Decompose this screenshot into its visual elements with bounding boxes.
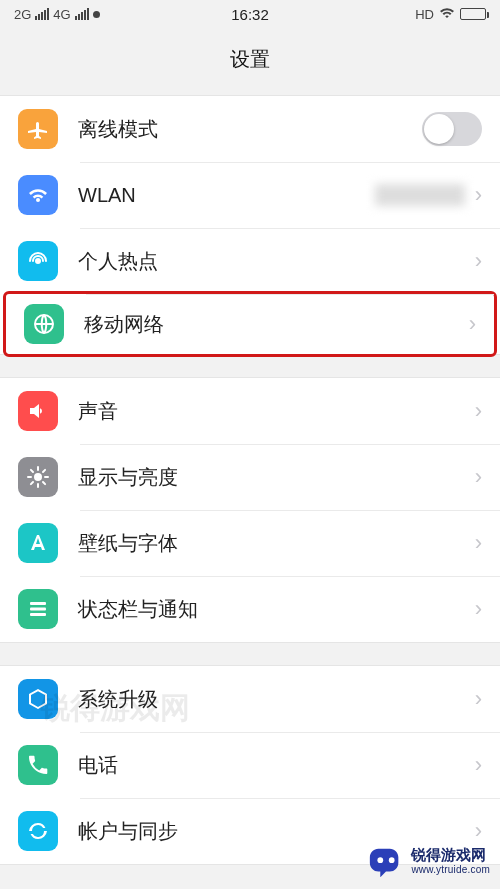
row-display[interactable]: 显示与亮度 › — [0, 444, 500, 510]
chevron-right-icon: › — [475, 248, 482, 274]
row-label: 离线模式 — [78, 116, 422, 143]
row-label: 状态栏与通知 — [78, 596, 471, 623]
row-label: 壁纸与字体 — [78, 530, 471, 557]
hd-indicator: HD — [415, 7, 434, 22]
chevron-right-icon: › — [475, 398, 482, 424]
row-label: WLAN — [78, 184, 375, 207]
watermark-text: 锐得游戏网 www.ytruide.com — [411, 847, 490, 875]
svg-point-0 — [36, 259, 40, 263]
wlan-value-hidden — [375, 184, 465, 206]
font-icon — [18, 523, 58, 563]
row-mobile-network[interactable]: 移动网络 › — [3, 291, 497, 357]
chevron-right-icon: › — [475, 182, 482, 208]
settings-group: 离线模式 WLAN › 个人热点 › 移动网络 › — [0, 95, 500, 355]
row-label: 电话 — [78, 752, 471, 779]
row-label: 系统升级 — [78, 686, 471, 713]
svg-point-6 — [378, 857, 384, 863]
airplane-toggle[interactable] — [422, 112, 482, 146]
globe-icon — [24, 304, 64, 344]
speaker-icon — [18, 391, 58, 431]
row-label: 声音 — [78, 398, 471, 425]
status-bar: 2G 4G 16:32 HD — [0, 0, 500, 28]
svg-rect-4 — [30, 608, 46, 611]
svg-point-2 — [34, 473, 42, 481]
status-dot-icon — [93, 11, 100, 18]
chevron-right-icon: › — [475, 686, 482, 712]
svg-rect-5 — [30, 613, 46, 616]
signal-bars-icon — [35, 8, 49, 20]
row-airplane-mode[interactable]: 离线模式 — [0, 96, 500, 162]
watermark-logo-icon — [367, 845, 405, 877]
chevron-right-icon: › — [475, 596, 482, 622]
chevron-right-icon: › — [475, 464, 482, 490]
battery-icon — [460, 8, 486, 20]
wifi-icon — [439, 7, 455, 21]
sync-icon — [18, 811, 58, 851]
row-wlan[interactable]: WLAN › — [0, 162, 500, 228]
list-icon — [18, 589, 58, 629]
phone-icon — [18, 745, 58, 785]
page-title: 设置 — [0, 28, 500, 95]
net-4g: 4G — [53, 7, 70, 22]
row-wallpaper-font[interactable]: 壁纸与字体 › — [0, 510, 500, 576]
net-2g: 2G — [14, 7, 31, 22]
row-phone[interactable]: 电话 › — [0, 732, 500, 798]
hotspot-icon — [18, 241, 58, 281]
chevron-right-icon: › — [475, 530, 482, 556]
row-label: 显示与亮度 — [78, 464, 471, 491]
cube-icon — [18, 679, 58, 719]
watermark-corner: 锐得游戏网 www.ytruide.com — [361, 841, 500, 881]
settings-group: 声音 › 显示与亮度 › 壁纸与字体 › 状态栏与通知 › — [0, 377, 500, 643]
chevron-right-icon: › — [475, 752, 482, 778]
chevron-right-icon: › — [469, 311, 476, 337]
svg-point-7 — [389, 857, 395, 863]
watermark-title: 锐得游戏网 — [411, 847, 490, 864]
row-label: 个人热点 — [78, 248, 471, 275]
brightness-icon — [18, 457, 58, 497]
row-hotspot[interactable]: 个人热点 › — [0, 228, 500, 294]
settings-group: 系统升级 › 电话 › 帐户与同步 › — [0, 665, 500, 865]
status-left: 2G 4G — [14, 7, 100, 22]
row-label: 移动网络 — [84, 311, 465, 338]
row-sound[interactable]: 声音 › — [0, 378, 500, 444]
wifi-icon — [18, 175, 58, 215]
signal-bars-icon — [75, 8, 89, 20]
svg-rect-3 — [30, 602, 46, 605]
row-statusbar-notifications[interactable]: 状态栏与通知 › — [0, 576, 500, 642]
watermark-url: www.ytruide.com — [411, 864, 490, 875]
row-system-update[interactable]: 系统升级 › — [0, 666, 500, 732]
airplane-icon — [18, 109, 58, 149]
status-right: HD — [415, 7, 486, 22]
status-time: 16:32 — [231, 6, 269, 23]
